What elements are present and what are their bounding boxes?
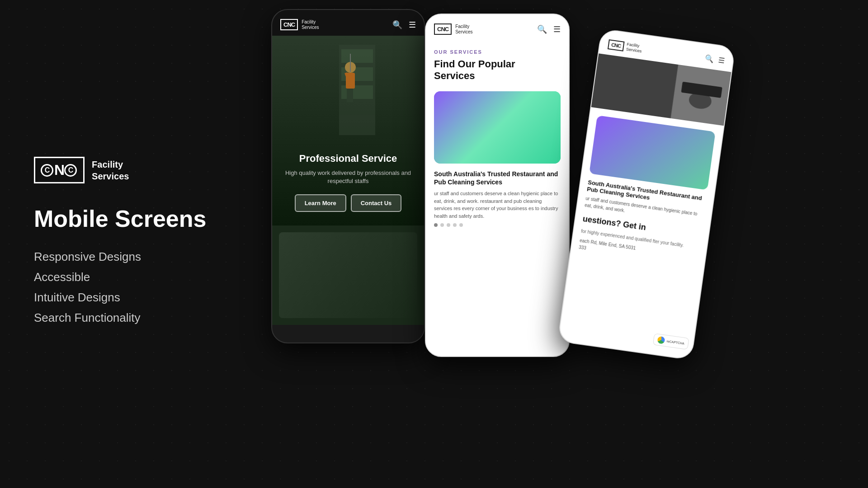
phone1-hero-content: Professional Service High quality work d… — [272, 153, 424, 212]
c2-letter: C — [64, 164, 77, 176]
feature-item-responsive: Responsive Designs — [34, 250, 260, 264]
phone2-card-gradient — [434, 91, 561, 164]
phone2-logo: CNC Facility Services — [434, 23, 473, 35]
phone1-logo-box: CNC — [280, 19, 298, 30]
mockups-area: CNC Facility Services 🔍 ☰ — [262, 0, 868, 488]
phone1-logo: CNC Facility Services — [280, 19, 319, 30]
svg-rect-8 — [347, 89, 350, 102]
svg-rect-1 — [341, 49, 373, 63]
recaptcha-badge: reCAPTCHA — [653, 333, 689, 350]
contact-us-button[interactable]: Contact Us — [351, 194, 402, 212]
phone-3-mockup: CNC Facility Services 🔍 ☰ — [557, 28, 736, 361]
phone1-bottom-image — [279, 232, 417, 318]
phone-2-mockup: CNC Facility Services 🔍 ☰ OUR SERVICES F… — [425, 14, 570, 357]
phone1-nav-icons: 🔍 ☰ — [392, 20, 416, 30]
hamburger-icon[interactable]: ☰ — [718, 56, 726, 65]
phone3-content: South Australia's Trusted Restaurant and… — [570, 107, 724, 276]
phone3-service-card — [589, 115, 716, 190]
feature-item-accessible: Accessible — [34, 270, 260, 284]
phone1-hero-title: Professional Service — [281, 153, 415, 164]
phone1-cta-buttons: Learn More Contact Us — [281, 194, 415, 212]
phone2-logo-box: CNC — [434, 23, 452, 35]
c-letter: C — [41, 164, 53, 176]
carousel-dot-3[interactable] — [447, 223, 450, 227]
search-icon[interactable]: 🔍 — [537, 24, 547, 34]
svg-rect-12 — [591, 53, 679, 118]
phone2-section-label: OUR SERVICES — [434, 49, 561, 55]
hamburger-icon[interactable]: ☰ — [409, 20, 416, 30]
recaptcha-icon — [657, 336, 665, 344]
phone2-service-desc: ur staff and customers deserve a clean h… — [434, 190, 561, 220]
phone3-logo-text: Facility Services — [626, 42, 642, 54]
carousel-dot-5[interactable] — [459, 223, 463, 227]
phone3-logo: CNC Facility Services — [608, 39, 643, 54]
hamburger-icon[interactable]: ☰ — [553, 24, 561, 34]
svg-rect-9 — [350, 89, 353, 102]
phone2-logo-text: Facility Services — [455, 24, 472, 35]
company-name: Facility Services — [92, 158, 129, 182]
worker-silhouette-icon — [321, 45, 375, 135]
search-icon[interactable]: 🔍 — [704, 54, 714, 64]
phone-1-mockup: CNC Facility Services 🔍 ☰ — [271, 9, 425, 343]
cnc-logo-box: CNC — [34, 157, 85, 183]
carousel-dot-2[interactable] — [440, 223, 444, 227]
carousel-dots — [434, 223, 561, 227]
phone2-service-name: South Australia's Trusted Restaurant and… — [434, 170, 561, 186]
phone2-header: CNC Facility Services 🔍 ☰ — [426, 14, 569, 40]
phone1-logo-text: Facility Services — [302, 19, 319, 30]
logo-container: CNC Facility Services — [34, 157, 260, 183]
left-panel: CNC Facility Services Mobile Screens Res… — [34, 157, 260, 331]
phone3-logo-box: CNC — [608, 39, 625, 52]
phone1-hero-subtitle: High quality work delivered by professio… — [281, 169, 415, 185]
phone1-header: CNC Facility Services 🔍 ☰ — [272, 10, 424, 36]
learn-more-button[interactable]: Learn More — [295, 194, 346, 212]
feature-list: Responsive Designs Accessible Intuitive … — [34, 250, 260, 325]
feature-item-intuitive: Intuitive Designs — [34, 291, 260, 305]
carousel-dot-1[interactable] — [434, 223, 438, 227]
carousel-dot-4[interactable] — [453, 223, 457, 227]
phone2-service-card — [434, 91, 561, 164]
phone2-nav-icons: 🔍 ☰ — [537, 24, 561, 34]
phone1-hero-section: Professional Service High quality work d… — [272, 36, 424, 225]
feature-item-search: Search Functionality — [34, 311, 260, 325]
main-title: Mobile Screens — [34, 206, 260, 232]
phone2-services-content: OUR SERVICES Find Our Popular Services S… — [426, 40, 569, 239]
phone2-section-title: Find Our Popular Services — [434, 58, 561, 82]
search-icon[interactable]: 🔍 — [392, 20, 402, 30]
phone1-bottom-section — [272, 225, 424, 325]
